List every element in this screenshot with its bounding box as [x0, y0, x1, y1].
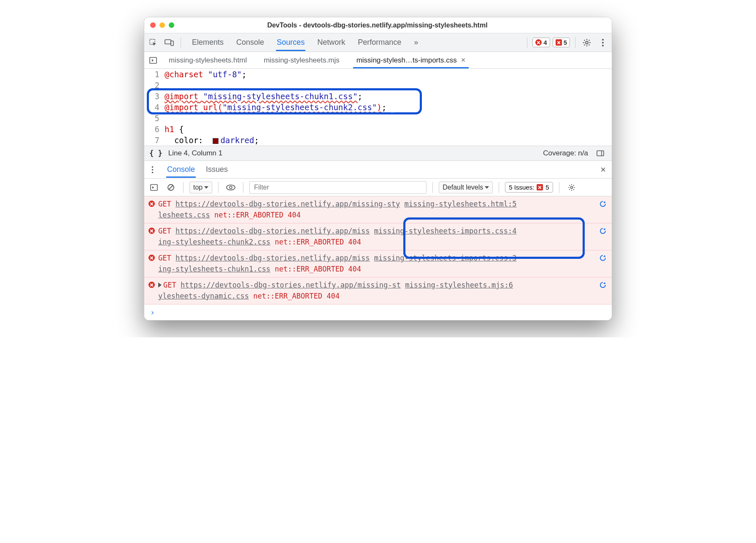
console-prompt[interactable]: › [144, 304, 612, 320]
file-tab-html[interactable]: missing-stylesheets.html [161, 53, 254, 68]
issue-icon [556, 39, 562, 46]
inspect-icon[interactable] [147, 36, 159, 49]
url-link[interactable]: ing-stylesheets-chunk2.css [158, 238, 270, 246]
tab-console[interactable]: Console [235, 34, 265, 51]
editor-status-bar: { } Line 4, Column 1 Coverage: n/a [144, 146, 612, 161]
svg-point-4 [602, 39, 604, 41]
console-toolbar: top Default levels 5 Issues: 5 [144, 179, 612, 196]
more-tabs-button[interactable]: » [413, 34, 419, 51]
svg-point-18 [570, 186, 572, 188]
close-window-button[interactable] [150, 22, 156, 28]
pretty-print-icon[interactable]: { } [149, 149, 162, 157]
source-link[interactable]: missing-stylesheets.html:5 [404, 199, 516, 210]
svg-point-3 [586, 41, 588, 44]
svg-point-10 [151, 166, 153, 168]
drawer-tab-console[interactable]: Console [166, 162, 196, 177]
tab-elements[interactable]: Elements [191, 34, 224, 51]
error-icon [148, 255, 155, 261]
error-icon [148, 201, 155, 207]
file-tab-strip: missing-stylesheets.html missing-stylesh… [144, 52, 612, 69]
tab-network[interactable]: Network [316, 34, 346, 51]
file-tab-mjs[interactable]: missing-stylesheets.mjs [256, 53, 347, 68]
url-link[interactable]: https://devtools-dbg-stories.netlify.app… [181, 281, 401, 289]
replay-xhr-icon[interactable] [598, 199, 608, 208]
url-link[interactable]: https://devtools-dbg-stories.netlify.app… [176, 200, 400, 208]
window-title: DevTools - devtools-dbg-stories.netlify.… [174, 22, 580, 29]
svg-point-17 [230, 186, 232, 189]
main-toolbar: Elements Console Sources Network Perform… [144, 33, 612, 52]
console-messages: GET https://devtools-dbg-stories.netlify… [144, 196, 612, 320]
console-settings-icon[interactable] [565, 181, 578, 194]
expand-icon[interactable] [158, 282, 162, 288]
svg-line-15 [169, 185, 173, 190]
issues-badge[interactable]: 5 [553, 38, 570, 47]
console-issues-badge[interactable]: 5 Issues: 5 [505, 182, 553, 193]
error-icon [148, 282, 155, 288]
url-link[interactable]: https://devtools-dbg-stories.netlify.app… [176, 227, 370, 235]
error-icon [535, 39, 542, 46]
drawer-close-icon[interactable]: × [598, 164, 608, 175]
error-icon [148, 228, 155, 234]
drawer-kebab-icon[interactable] [148, 163, 157, 176]
clear-console-icon[interactable] [165, 181, 177, 194]
svg-point-11 [151, 169, 153, 171]
settings-icon[interactable] [580, 36, 593, 49]
drawer-tabs: Console Issues × [144, 161, 612, 179]
annotation-highlight [403, 217, 585, 259]
context-selector[interactable]: top [189, 182, 212, 193]
tab-sources[interactable]: Sources [276, 34, 305, 51]
panel-tabs: Elements Console Sources Network Perform… [186, 34, 522, 51]
maximize-window-button[interactable] [169, 22, 174, 28]
file-tab-css[interactable]: missing-stylesh…ts-imports.css × [349, 52, 473, 68]
titlebar: DevTools - devtools-dbg-stories.netlify.… [144, 17, 612, 33]
replay-xhr-icon[interactable] [598, 280, 608, 289]
cursor-position: Line 4, Column 1 [168, 149, 223, 157]
device-toolbar-icon[interactable] [163, 36, 176, 49]
console-filter-input[interactable] [249, 181, 427, 194]
tab-performance[interactable]: Performance [357, 34, 402, 51]
replay-xhr-icon[interactable] [598, 253, 608, 262]
console-sidebar-icon[interactable] [148, 181, 160, 194]
url-link[interactable]: ylesheets-dynamic.css [158, 292, 249, 300]
issue-icon [537, 184, 543, 190]
svg-point-6 [602, 45, 604, 46]
url-link[interactable]: ing-stylesheets-chukn1.css [158, 265, 270, 273]
errors-badge[interactable]: 4 [532, 38, 550, 47]
color-swatch[interactable] [213, 138, 219, 144]
url-link[interactable]: https://devtools-dbg-stories.netlify.app… [176, 254, 370, 262]
svg-rect-2 [171, 41, 173, 46]
drawer-tab-issues[interactable]: Issues [205, 162, 229, 177]
annotation-highlight [147, 88, 422, 114]
log-levels-selector[interactable]: Default levels [439, 182, 493, 193]
svg-point-12 [151, 171, 153, 173]
svg-rect-1 [165, 40, 171, 44]
coverage-label: Coverage: n/a [543, 149, 588, 157]
code-editor[interactable]: 1@charset "utf-8"; 2 3@import "missing-s… [144, 69, 612, 146]
window-controls [150, 22, 174, 28]
kebab-menu-icon[interactable] [597, 36, 609, 49]
console-error-row: GET https://devtools-dbg-stories.netlify… [144, 277, 612, 304]
devtools-window: DevTools - devtools-dbg-stories.netlify.… [144, 17, 612, 320]
url-link[interactable]: lesheets.css [158, 211, 210, 219]
close-tab-icon[interactable]: × [461, 56, 466, 65]
replay-xhr-icon[interactable] [598, 226, 608, 235]
svg-point-5 [602, 42, 604, 43]
source-link[interactable]: missing-stylesheets.mjs:6 [405, 280, 513, 291]
minimize-window-button[interactable] [159, 22, 165, 28]
svg-point-16 [227, 185, 235, 190]
svg-rect-8 [597, 151, 604, 156]
sidebar-toggle-icon[interactable] [594, 147, 607, 160]
navigator-toggle-icon[interactable] [147, 54, 159, 67]
live-expression-icon[interactable] [224, 181, 237, 194]
